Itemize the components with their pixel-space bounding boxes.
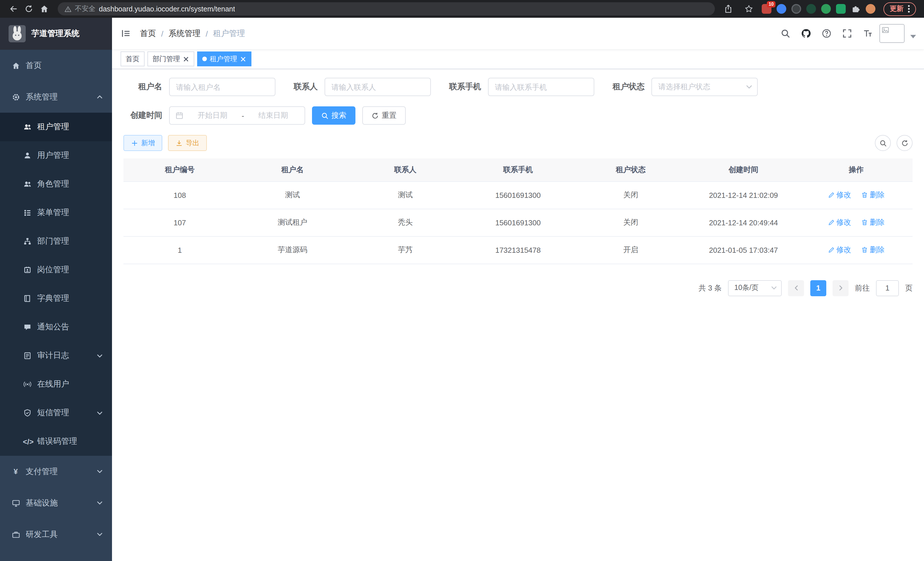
- col-phone: 联系手机: [462, 158, 574, 181]
- search-button[interactable]: 搜索: [312, 106, 356, 125]
- edit-link[interactable]: 修改: [828, 217, 851, 228]
- code-icon: </>: [23, 437, 32, 446]
- pen-icon: [828, 247, 835, 253]
- sidebar-item-dept-management[interactable]: 部门管理: [0, 227, 112, 256]
- chevron-down-icon: [746, 83, 753, 90]
- sidebar-item-sms-management[interactable]: 短信管理: [0, 399, 112, 427]
- edit-link[interactable]: 修改: [828, 190, 851, 200]
- tab-dept-management[interactable]: 部门管理: [147, 51, 194, 66]
- font-size-icon[interactable]: [859, 25, 876, 42]
- breadcrumb-system[interactable]: 系统管理: [169, 28, 201, 39]
- tenant-name-input[interactable]: [169, 78, 275, 96]
- date-range-picker[interactable]: 开始日期 - 结束日期: [169, 106, 305, 125]
- close-icon[interactable]: [240, 56, 246, 62]
- extension-icon-red[interactable]: 10: [762, 4, 771, 14]
- add-button[interactable]: 新增: [123, 135, 162, 151]
- profile-avatar-icon[interactable]: [866, 4, 875, 14]
- sidebar-item-post-management[interactable]: 岗位管理: [0, 256, 112, 284]
- broken-image-icon: [882, 26, 889, 34]
- extension-icon-darkgreen[interactable]: [806, 4, 816, 14]
- log-icon: [23, 351, 32, 360]
- bookmark-star-button[interactable]: [741, 1, 757, 17]
- extension-icon-dark[interactable]: [791, 4, 801, 14]
- sidebar-item-menu-management[interactable]: 菜单管理: [0, 199, 112, 227]
- tab-tenant-management[interactable]: 租户管理: [197, 51, 251, 66]
- prev-page-button[interactable]: [788, 280, 804, 296]
- close-icon[interactable]: [183, 56, 189, 62]
- start-date-placeholder[interactable]: 开始日期: [187, 110, 238, 121]
- tab-home[interactable]: 首页: [121, 51, 145, 66]
- screen: 不安全 dashboard.yudao.iocoder.cn/system/te…: [0, 0, 924, 561]
- sidebar-item-dict-management[interactable]: 字典管理: [0, 284, 112, 313]
- sidebar-item-home[interactable]: 首页: [0, 50, 112, 81]
- extensions-puzzle-icon[interactable]: [851, 4, 861, 14]
- sidebar-item-system-management[interactable]: 系统管理: [0, 81, 112, 113]
- security-label[interactable]: 不安全: [75, 4, 95, 14]
- chevron-right-icon: [837, 285, 844, 291]
- pagination-total: 共 3 条: [699, 283, 722, 293]
- browser-update-button[interactable]: 更新: [884, 2, 916, 16]
- browser-toolbar: 不安全 dashboard.yudao.iocoder.cn/system/te…: [0, 0, 924, 18]
- tenant-icon: [23, 123, 32, 131]
- contact-input[interactable]: [325, 78, 431, 96]
- plus-icon: [131, 139, 138, 147]
- online-icon: [23, 380, 32, 389]
- sidebar-item-payment-management[interactable]: ¥ 支付管理: [0, 456, 112, 487]
- end-date-placeholder[interactable]: 结束日期: [248, 110, 299, 121]
- sidebar-item-errorcode-management[interactable]: </> 错误码管理: [0, 427, 112, 456]
- badge-icon: [23, 266, 32, 274]
- breadcrumb-home[interactable]: 首页: [140, 28, 156, 39]
- app-title: 芋道管理系统: [32, 29, 80, 39]
- browser-reload-button[interactable]: [21, 1, 37, 17]
- share-button[interactable]: [721, 1, 736, 17]
- fullscreen-icon[interactable]: [838, 25, 855, 42]
- edit-link[interactable]: 修改: [828, 245, 851, 255]
- tenant-table: 租户编号 租户名 联系人 联系手机 租户状态 创建时间 操作 108 测试: [123, 158, 913, 264]
- help-icon[interactable]: [818, 25, 835, 42]
- sidebar-item-infrastructure[interactable]: 基础设施: [0, 487, 112, 519]
- sidebar-item-dev-tools[interactable]: 研发工具: [0, 519, 112, 550]
- sidebar-fold-button[interactable]: [112, 18, 140, 49]
- role-icon: [23, 180, 32, 188]
- status-select[interactable]: 请选择租户状态: [651, 78, 758, 96]
- sidebar-item-online-users[interactable]: 在线用户: [0, 370, 112, 399]
- phone-input[interactable]: [488, 78, 594, 96]
- goto-page-input[interactable]: [876, 280, 899, 296]
- page-content: 租户名 联系人 联系手机 租户状态 请选择租户状态: [112, 69, 924, 561]
- reset-button[interactable]: 重置: [362, 106, 406, 125]
- sidebar-item-user-management[interactable]: 用户管理: [0, 141, 112, 170]
- extension-icon-blue[interactable]: [777, 4, 786, 14]
- browser-menu-icon[interactable]: [908, 8, 910, 10]
- extension-icon-green[interactable]: [821, 4, 831, 14]
- filter-contact: 联系人: [294, 78, 431, 96]
- sidebar-item-role-management[interactable]: 角色管理: [0, 170, 112, 199]
- sidebar-item-audit-log[interactable]: 审计日志: [0, 341, 112, 370]
- delete-link[interactable]: 删除: [861, 217, 885, 228]
- page-number-1[interactable]: 1: [810, 280, 826, 296]
- app-logo[interactable]: 芋道管理系统: [0, 18, 112, 50]
- extension-icon-chat[interactable]: [836, 4, 846, 14]
- filter-create-time: 创建时间 开始日期 - 结束日期: [123, 106, 305, 125]
- browser-home-button[interactable]: [37, 1, 52, 17]
- sidebar-item-tenant-management[interactable]: 租户管理: [0, 113, 112, 141]
- chevron-down-icon: [97, 410, 103, 416]
- export-button[interactable]: 导出: [168, 135, 207, 151]
- yen-icon: ¥: [11, 467, 20, 476]
- github-icon[interactable]: [797, 25, 814, 42]
- next-page-button[interactable]: [832, 280, 849, 296]
- search-icon[interactable]: [777, 25, 794, 42]
- monitor-icon: [11, 499, 20, 507]
- refresh-table-button[interactable]: [897, 135, 913, 151]
- caret-down-icon[interactable]: [910, 35, 916, 38]
- toggle-search-button[interactable]: [875, 135, 891, 151]
- user-avatar[interactable]: [879, 24, 904, 43]
- delete-link[interactable]: 删除: [861, 245, 885, 255]
- url-bar[interactable]: 不安全 dashboard.yudao.iocoder.cn/system/te…: [58, 2, 715, 15]
- chevron-down-icon: [97, 353, 103, 359]
- browser-back-button[interactable]: [6, 1, 21, 17]
- delete-link[interactable]: 删除: [861, 190, 885, 200]
- page-url[interactable]: dashboard.yudao.iocoder.cn/system/tenant: [99, 5, 235, 13]
- sidebar-item-notice[interactable]: 通知公告: [0, 313, 112, 341]
- logo-avatar: [9, 25, 26, 42]
- page-size-select[interactable]: 10条/页: [728, 280, 782, 296]
